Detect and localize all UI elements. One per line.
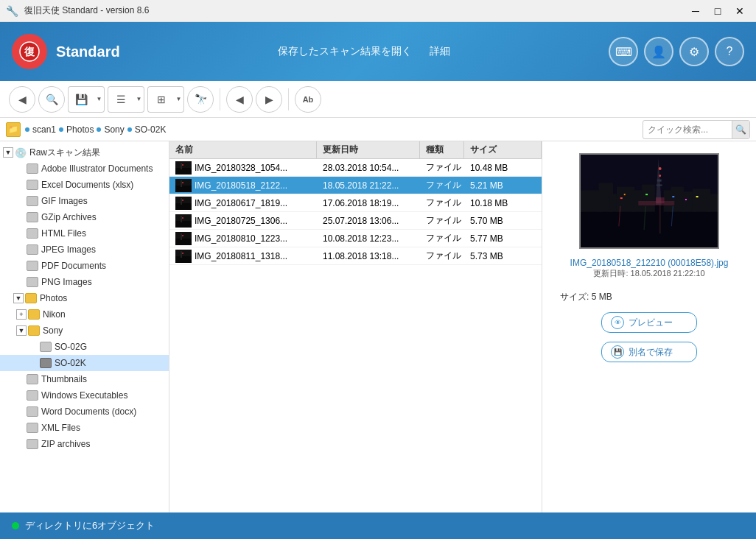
breadcrumb-item-3[interactable]: Sony (104, 124, 124, 135)
file-row[interactable]: IMG_20180617_1819...17.06.2018 18:19...フ… (169, 194, 542, 212)
folder-icon-xml (27, 423, 38, 433)
file-name: IMG_20180810_1223... (195, 233, 287, 244)
tree-item-png[interactable]: PNG Images (0, 274, 169, 290)
nav-detail[interactable]: 詳細 (430, 45, 450, 58)
tree-item-sony[interactable]: ▼ Sony (0, 323, 169, 339)
tree-item-so02k[interactable]: SO-02K (0, 355, 169, 371)
file-row[interactable]: IMG_20180328_1054...28.03.2018 10:54...フ… (169, 159, 542, 177)
eye-icon: 👁 (611, 316, 624, 329)
list-button[interactable]: ☰ (108, 86, 134, 113)
col-size[interactable]: サイズ (464, 141, 542, 158)
tree-expand-root[interactable]: ▼ (3, 147, 13, 158)
tree-expand-sony[interactable]: ▼ (16, 325, 27, 336)
file-size: 5.70 MB (464, 212, 542, 229)
nav-scan[interactable]: 保存したスキャン結果を開く (278, 45, 412, 58)
user-icon-button[interactable]: 👤 (644, 37, 673, 66)
tree-item-so02g[interactable]: SO-02G (0, 339, 169, 355)
folder-icon-gif (27, 196, 38, 206)
tree-item-html[interactable]: HTML Files (0, 225, 169, 242)
tree-label-adobe: Adobe Illustrator Documents (41, 163, 153, 174)
tree-item-gif[interactable]: GIF Images (0, 193, 169, 209)
tree-item-zip[interactable]: ZIP archives (0, 436, 169, 452)
prev-button[interactable]: ◀ (226, 86, 253, 113)
tree-item-nikon[interactable]: + Nikon (0, 306, 169, 323)
file-date: 10.08.2018 12:23... (317, 230, 420, 247)
svg-rect-8 (181, 180, 182, 187)
save-as-button[interactable]: 💾 別名で保存 (601, 342, 697, 362)
svg-rect-3 (175, 168, 192, 175)
tree-label-thumbnails: Thumbnails (41, 374, 87, 384)
tree-item-word[interactable]: Word Documents (docx) (0, 404, 169, 420)
svg-rect-35 (657, 180, 662, 182)
breadcrumb-item-1[interactable]: scan1 (32, 124, 56, 135)
binoculars-button[interactable]: 🔭 (187, 86, 214, 113)
keyboard-icon-button[interactable]: ⌨ (609, 37, 638, 66)
view-button[interactable]: ⊞ (147, 86, 174, 113)
tree-item-pdf[interactable]: PDF Documents (0, 258, 169, 274)
folder-icon-word (27, 406, 38, 417)
tree-item-thumbnails[interactable]: Thumbnails (0, 371, 169, 387)
search-button[interactable]: 🔍 (38, 86, 65, 113)
tree-item-root[interactable]: ▼ 💿 Rawスキャン結果 (0, 144, 169, 161)
list-dropdown[interactable]: ▼ (134, 86, 144, 113)
svg-rect-24 (181, 251, 182, 258)
tree-item-jpeg[interactable]: JPEG Images (0, 242, 169, 258)
close-button[interactable]: ✕ (729, 4, 750, 18)
view-dropdown[interactable]: ▼ (174, 86, 184, 113)
header-left: 復 Standard (12, 34, 120, 69)
breadcrumb-dot-3 (97, 127, 101, 132)
breadcrumb-item-4[interactable]: SO-02K (135, 124, 167, 135)
tree-label-gif: GIF Images (41, 196, 88, 206)
col-date[interactable]: 更新日時 (317, 141, 420, 158)
file-date: 25.07.2018 13:06... (317, 212, 420, 229)
minimize-button[interactable]: ─ (685, 4, 706, 18)
file-size: 10.18 MB (464, 194, 542, 211)
file-row[interactable]: IMG_20180725_1306...25.07.2018 13:06...フ… (169, 212, 542, 230)
back-button[interactable]: ◀ (9, 86, 35, 113)
save-button[interactable]: 💾 (68, 86, 94, 113)
svg-rect-15 (175, 221, 192, 228)
tree-label-winexe: Windows Executables (41, 390, 127, 401)
tree-expand-nikon[interactable]: + (16, 309, 27, 320)
svg-rect-44 (620, 197, 623, 199)
file-name: IMG_20180725_1306... (195, 216, 287, 226)
tree-item-gzip[interactable]: GZip Archives (0, 209, 169, 225)
settings-icon-button[interactable]: ⚙ (679, 37, 709, 66)
folder-icon-thumbnails (27, 374, 38, 384)
status-bar: ディレクトリに6オブジェクト (0, 512, 756, 539)
tree-item-adobe[interactable]: Adobe Illustrator Documents (0, 161, 169, 177)
search-submit-button[interactable]: 🔍 (732, 121, 749, 138)
save-dropdown[interactable]: ▼ (94, 86, 105, 113)
svg-rect-55 (638, 201, 674, 205)
tree-item-winexe[interactable]: Windows Executables (0, 387, 169, 404)
file-name: IMG_20180617_1819... (195, 198, 287, 208)
help-icon-button[interactable]: ? (715, 37, 744, 66)
svg-rect-36 (657, 184, 662, 186)
header-right: ⌨ 👤 ⚙ ? (609, 37, 744, 66)
tree-item-xml[interactable]: XML Files (0, 420, 169, 436)
tree-label-word: Word Documents (docx) (41, 406, 136, 417)
col-type[interactable]: 種類 (420, 141, 464, 158)
tree-expand-photos[interactable]: ▼ (13, 293, 24, 303)
app-logo: 復 (12, 34, 47, 69)
font-button[interactable]: Ab (295, 86, 321, 113)
maximize-button[interactable]: □ (707, 4, 728, 18)
preview-date: 更新日時: 18.05.2018 21:22:10 (570, 268, 729, 279)
tree-item-excel[interactable]: Excel Documents (xlsx) (0, 177, 169, 193)
breadcrumb-item-2[interactable]: Photos (66, 124, 94, 135)
next-button[interactable]: ▶ (256, 86, 282, 113)
preview-button[interactable]: 👁 プレビュー (601, 312, 697, 333)
breadcrumb-dot-2 (59, 127, 63, 132)
col-name[interactable]: 名前 (169, 141, 317, 158)
svg-rect-49 (696, 196, 699, 197)
toolbar-separator (220, 88, 220, 110)
file-row[interactable]: IMG_20180518_2122...18.05.2018 21:22...フ… (169, 177, 542, 194)
preview-size: サイズ: 5 MB (560, 291, 744, 303)
file-list: IMG_20180328_1054...28.03.2018 10:54...フ… (169, 159, 542, 512)
svg-rect-20 (181, 233, 182, 240)
search-input[interactable] (643, 123, 732, 136)
file-row[interactable]: IMG_20180811_1318...11.08.2018 13:18...フ… (169, 247, 542, 265)
tree-item-photos[interactable]: ▼ Photos (0, 290, 169, 306)
file-row[interactable]: IMG_20180810_1223...10.08.2018 12:23...フ… (169, 230, 542, 247)
folder-icon-excel (27, 180, 38, 190)
